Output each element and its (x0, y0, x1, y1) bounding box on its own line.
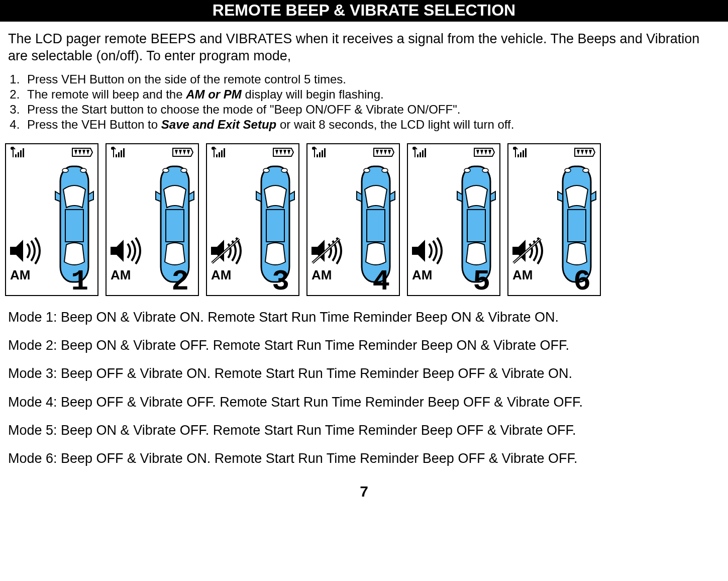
battery-icon (574, 146, 597, 160)
signal-icon (411, 146, 428, 160)
step-1: Press VEH Button on the side of the remo… (23, 72, 720, 87)
lcd-panel: AM4 (306, 143, 400, 296)
speaker-off-icon (209, 237, 248, 267)
am-pm-label: AM (211, 267, 231, 283)
speaker-off-icon (510, 237, 550, 267)
signal-icon (511, 146, 529, 160)
battery-icon (373, 146, 396, 160)
signal-icon (310, 146, 328, 160)
signal-icon (110, 146, 127, 160)
mode-line: Mode 2: Beep ON & Vibrate OFF. Remote St… (8, 337, 720, 353)
intro-paragraph: The LCD pager remote BEEPS and VIBRATES … (0, 22, 728, 65)
mode-line: Mode 3: Beep OFF & Vibrate ON. Remote St… (8, 365, 720, 381)
speaker-on-icon (109, 237, 148, 267)
lcd-panel: AM2 (106, 143, 199, 296)
am-pm-label: AM (111, 267, 131, 283)
battery-icon (71, 146, 94, 160)
mode-descriptions: Mode 1: Beep ON & Vibrate ON. Remote Sta… (0, 296, 728, 467)
signal-icon (9, 146, 26, 160)
lcd-panel: AM1 (5, 143, 98, 296)
mode-digit: 1 (71, 265, 87, 298)
battery-icon (473, 146, 496, 160)
lcd-panel: AM3 (206, 143, 299, 296)
step-4: Press the VEH Button to Save and Exit Se… (23, 117, 720, 132)
am-pm-label: AM (10, 267, 30, 283)
am-pm-label: AM (311, 267, 332, 283)
mode-line: Mode 4: Beep OFF & Vibrate OFF. Remote S… (8, 394, 720, 410)
speaker-on-icon (410, 237, 449, 267)
mode-digit: 4 (372, 265, 389, 298)
speaker-on-icon (8, 237, 47, 267)
lcd-panel: AM5 (407, 143, 500, 296)
mode-digit: 5 (473, 265, 489, 298)
setup-steps-list: Press VEH Button on the side of the remo… (0, 65, 728, 132)
am-pm-label: AM (512, 267, 533, 283)
mode-line: Mode 5: Beep ON & Vibrate OFF. Remote St… (8, 422, 720, 438)
page-number: 7 (0, 479, 728, 508)
mode-digit: 3 (272, 265, 288, 298)
mode-digit: 2 (171, 265, 188, 298)
speaker-off-icon (309, 237, 349, 267)
battery-icon (172, 146, 195, 160)
am-pm-label: AM (412, 267, 432, 283)
mode-digit: 6 (573, 265, 590, 298)
mode-line: Mode 6: Beep OFF & Vibrate ON. Remote St… (8, 450, 720, 466)
step-3: Press the Start button to choose the mod… (23, 102, 720, 117)
signal-icon (210, 146, 227, 160)
lcd-panel: AM6 (507, 143, 601, 296)
section-header: REMOTE BEEP & VIBRATE SELECTION (0, 0, 728, 22)
mode-line: Mode 1: Beep ON & Vibrate ON. Remote Sta… (8, 309, 720, 325)
battery-icon (272, 146, 295, 160)
step-2: The remote will beep and the AM or PM di… (23, 87, 720, 102)
lcd-panel-row: AM1AM2AM3AM4AM5AM6 (0, 132, 728, 296)
